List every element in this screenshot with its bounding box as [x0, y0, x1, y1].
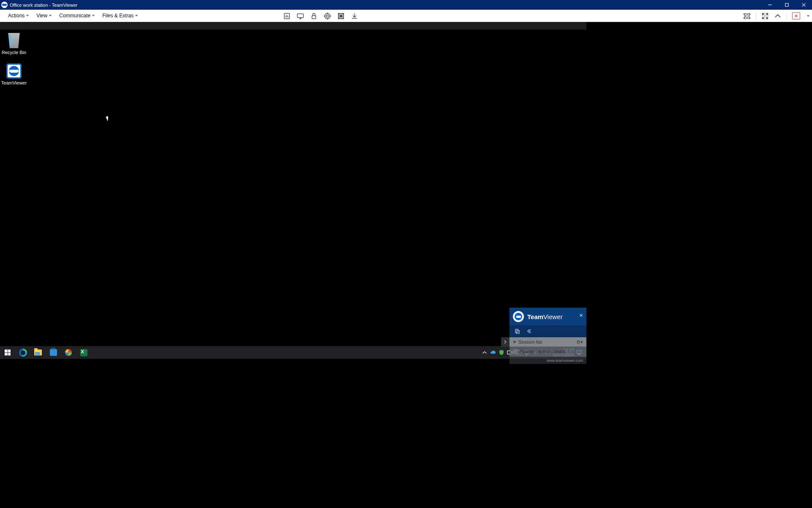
svg-rect-0	[785, 3, 788, 6]
panel-toolbar	[510, 325, 586, 337]
separator	[787, 12, 787, 20]
excel-icon	[80, 349, 87, 356]
windows-logo-icon	[5, 350, 11, 355]
menu-view-label: View	[36, 13, 47, 19]
window-controls	[761, 0, 812, 10]
taskbar-app-store[interactable]	[46, 346, 61, 359]
teamviewer-logo-icon	[513, 311, 524, 322]
chevron-down-icon[interactable]	[807, 15, 809, 17]
teamviewer-logo-icon	[1, 2, 8, 8]
collapse-icon[interactable]	[774, 12, 782, 20]
close-button[interactable]	[795, 0, 812, 10]
menu-communicate[interactable]: Communicate	[55, 10, 98, 22]
tray-onedrive-icon[interactable]	[490, 350, 496, 355]
download-icon[interactable]	[351, 12, 358, 20]
remote-stage: Recycle Bin TeamViewer	[0, 22, 812, 508]
session-item[interactable]: Business laptop - JeanK ▼	[510, 347, 586, 357]
chevron-down-icon	[135, 15, 138, 16]
menu-actions[interactable]: Actions	[4, 10, 33, 22]
dashboard-icon[interactable]	[283, 12, 291, 20]
menu-actions-label: Actions	[8, 13, 25, 19]
tray-security-icon[interactable]	[499, 350, 504, 355]
session-list-title: Session list	[518, 339, 542, 344]
target-icon[interactable]	[324, 12, 331, 20]
toolbar-right-icons	[743, 10, 809, 22]
folder-icon	[34, 350, 42, 355]
chevron-down-icon	[92, 15, 95, 16]
screenshot-icon[interactable]	[743, 12, 751, 20]
desktop-icon-label: TeamViewer	[0, 80, 30, 85]
chevron-down-icon	[26, 15, 29, 16]
gear-icon[interactable]: ⚙▾	[576, 339, 583, 345]
teamviewer-side-panel[interactable]: TeamViewer × Session list ⚙▾ Business la…	[510, 308, 586, 364]
lock-icon[interactable]	[310, 12, 318, 20]
desktop-icon-recycle-bin[interactable]: Recycle Bin	[0, 33, 30, 55]
main-toolbar: Actions View Communicate Files & Extras	[0, 10, 812, 22]
cursor-icon[interactable]	[578, 350, 583, 354]
svg-rect-2	[297, 14, 303, 17]
desktop-icon-label: Recycle Bin	[0, 50, 30, 55]
session-list-header[interactable]: Session list ⚙▾	[510, 337, 586, 347]
window-titlebar: Office work station - TeamViewer	[0, 0, 812, 10]
office-icon	[65, 349, 72, 356]
recycle-bin-icon	[6, 33, 22, 48]
close-session-button[interactable]	[792, 12, 800, 19]
panel-brand-light: Viewer	[543, 313, 563, 320]
chevron-down-icon	[49, 15, 52, 16]
svg-rect-3	[312, 16, 316, 19]
svg-point-7	[746, 14, 749, 17]
svg-point-4	[325, 13, 330, 19]
menu-view[interactable]: View	[33, 10, 55, 22]
toolbar-center-icons	[283, 10, 358, 22]
separator	[756, 12, 756, 20]
menu-communicate-label: Communicate	[59, 13, 90, 19]
panel-footer-link[interactable]: www.teamviewer.com	[546, 358, 583, 363]
desktop-icon-teamviewer[interactable]: TeamViewer	[0, 63, 30, 85]
session-item-menu[interactable]: ▼	[571, 350, 575, 354]
panel-collapse-icon[interactable]	[526, 328, 531, 335]
fullscreen-icon[interactable]	[761, 12, 769, 20]
session-item-label: Business laptop - JeanK	[520, 350, 566, 354]
taskbar-app-explorer[interactable]	[30, 346, 46, 359]
panel-footer[interactable]: www.teamviewer.com	[510, 357, 586, 364]
svg-rect-6	[744, 14, 749, 18]
teamviewer-icon	[6, 63, 22, 79]
grid-icon[interactable]	[337, 12, 345, 20]
taskbar-app-edge[interactable]	[15, 346, 30, 359]
taskbar-app-office[interactable]	[61, 346, 76, 359]
panel-copy-icon[interactable]	[515, 328, 520, 335]
store-icon	[50, 349, 57, 356]
panel-session-section: Session list ⚙▾ Business laptop - JeanK …	[510, 337, 586, 357]
minimize-button[interactable]	[761, 0, 778, 10]
panel-close-button[interactable]: ×	[579, 311, 583, 319]
panel-header[interactable]: TeamViewer ×	[510, 308, 586, 325]
remote-screen[interactable]: Recycle Bin TeamViewer	[0, 22, 586, 359]
tray-overflow-icon[interactable]	[482, 350, 488, 355]
edge-icon	[19, 349, 27, 357]
menu-files-label: Files & Extras	[102, 13, 134, 19]
triangle-down-icon	[513, 341, 516, 343]
mouse-cursor-icon	[106, 116, 110, 120]
taskbar-left	[0, 346, 91, 359]
panel-expand-tab[interactable]	[501, 337, 510, 347]
menu-files-extras[interactable]: Files & Extras	[98, 10, 142, 22]
monitor-icon[interactable]	[297, 12, 304, 20]
panel-brand-bold: Team	[527, 313, 543, 320]
svg-point-5	[326, 15, 328, 17]
remote-desktop[interactable]: Recycle Bin TeamViewer	[0, 30, 586, 346]
remote-top-strip	[0, 22, 586, 30]
remote-taskbar[interactable]: ENG 10:19 31/07/2024	[0, 346, 586, 359]
taskbar-app-excel[interactable]	[76, 346, 91, 359]
window-title: Office work station - TeamViewer	[10, 3, 77, 8]
avatar-icon	[513, 349, 518, 354]
maximize-button[interactable]	[778, 0, 795, 10]
start-button[interactable]	[0, 346, 15, 359]
